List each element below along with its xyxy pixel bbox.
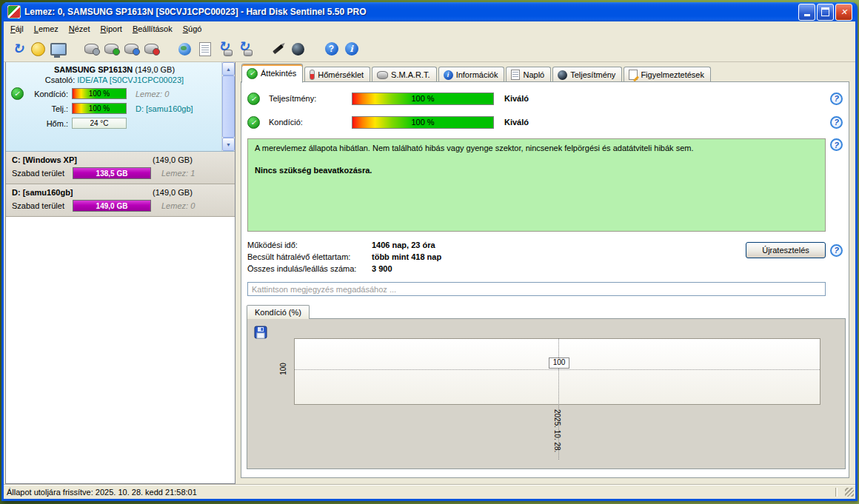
chart-tab-kondicio[interactable]: Kondíció (%) (247, 305, 310, 319)
condition-help-button[interactable]: ? (830, 116, 843, 129)
chart-point-label: 100 (549, 357, 569, 369)
tab-naplo[interactable]: Napló (506, 67, 551, 82)
partition-size: (149,0 GB) (153, 188, 193, 197)
resize-grip[interactable] (845, 488, 854, 497)
comment-input[interactable] (247, 282, 826, 296)
thermometer-icon (310, 70, 315, 80)
tab-informaciok[interactable]: i Információk (438, 67, 505, 82)
sync-button[interactable]: ↻ (215, 39, 235, 59)
up-arrow-icon: ▲ (226, 67, 231, 72)
tab-bar: ✓ Áttekintés Hőmérséklet S.M.A.R.T. i In… (241, 64, 849, 82)
health-status-box: A merevlemez állapota hibátlan. Nem talá… (247, 138, 826, 232)
disk-remove-button[interactable] (141, 39, 161, 59)
disk-number: Lemez: 0 (136, 90, 169, 98)
save-chart-button[interactable] (253, 324, 269, 340)
partition-disk-number: Lemez: 0 (161, 201, 195, 210)
retest-button[interactable]: Újratesztelés (746, 242, 826, 258)
sidebar-scrollbar[interactable]: ▲ ▼ (221, 62, 235, 151)
free-space-label: Szabad terület (12, 201, 73, 210)
question-icon: ? (834, 118, 839, 127)
online-button[interactable] (175, 39, 195, 59)
alarm-clock-icon (31, 42, 45, 56)
status-advice: Nincs szükség beavatkozásra. (255, 166, 818, 175)
tab-smart[interactable]: S.M.A.R.T. (372, 67, 437, 82)
green-badge-icon (113, 48, 120, 56)
menu-riport[interactable]: Riport (96, 23, 127, 35)
interface-label: Csatoló: (45, 75, 75, 84)
retest-help-button[interactable]: ? (830, 244, 843, 257)
condition-ok-icon: ✓ (247, 116, 260, 129)
dark-sphere-icon (292, 43, 304, 56)
menubar: Fájl Lemez Nézet Riport Beállítások Súgó (4, 21, 855, 36)
minimize-button[interactable] (798, 4, 815, 21)
titlebar[interactable]: Lemez: 0, SAMSUNG SP1613N [S0CVJ1CPC0002… (4, 2, 855, 21)
status-help-button[interactable]: ? (830, 138, 843, 151)
performance-button[interactable] (288, 39, 308, 59)
partition-name: D: [samu160gb] (12, 188, 153, 197)
free-space-bar: 138,5 GB (73, 167, 151, 179)
toolbar: ↻ ↻ ↻ ? i (4, 36, 855, 62)
disk-accept-button[interactable] (121, 39, 141, 59)
x-axis-date-label: 2025. 10. 28. (553, 409, 561, 452)
menu-lemez[interactable]: Lemez (29, 23, 64, 35)
tab-label: Információk (456, 70, 498, 79)
menu-fajl[interactable]: Fájl (5, 23, 29, 35)
condition-percent: 100 % (411, 118, 434, 127)
menu-beallitasok[interactable]: Beállítások (127, 23, 178, 35)
refresh-button[interactable]: ↻ (8, 39, 28, 59)
free-space-label: Szabad terület (12, 169, 73, 178)
close-button[interactable]: ✕ (835, 4, 852, 21)
question-icon: ? (834, 94, 839, 103)
chart-panel: 100 100 2025. 10. 28. (247, 318, 846, 469)
tab-teljesitmeny[interactable]: Teljesítmény (552, 67, 622, 82)
disk-name: SAMSUNG SP1613N (54, 65, 133, 74)
condition-history-chart: Kondíció (%) (247, 305, 846, 477)
tab-homerseklet[interactable]: Hőmérséklet (304, 67, 370, 82)
temperature-label: Hőm.: (25, 119, 68, 128)
status-separator (835, 488, 838, 497)
partition-item-c[interactable]: C: [Windows XP] (149,0 GB) Szabad terüle… (6, 152, 235, 184)
maximize-icon (821, 7, 829, 16)
scroll-down-button[interactable]: ▼ (222, 138, 235, 151)
tab-label: Figyelmeztetések (641, 70, 704, 79)
volume-label: D: [samu160gb] (136, 104, 193, 113)
help-button[interactable]: ? (321, 39, 341, 59)
health-check-icon: ✓ (11, 87, 24, 100)
monitor-icon (50, 43, 67, 56)
hard-disk-icon (124, 44, 138, 54)
status-bar: Állapot utoljára frissítve: 2025. 10. 28… (4, 484, 855, 499)
free-space-bar: 149,0 GB (73, 200, 151, 212)
menu-nezet[interactable]: Nézet (64, 23, 96, 35)
condition-gauge: 100 % (72, 88, 127, 99)
close-icon: ✕ (840, 7, 847, 17)
disk-detect-button[interactable] (81, 39, 101, 59)
condition-label: Kondíció: (25, 90, 68, 98)
globe-icon (178, 43, 191, 56)
performance-ok-icon: ✓ (247, 93, 260, 105)
disk-info-panel[interactable]: SAMSUNG SP1613N (149,0 GB) Csatoló: IDE/… (6, 62, 235, 152)
scroll-up-button[interactable]: ▲ (222, 62, 235, 75)
performance-sphere-icon (558, 70, 567, 80)
scroll-thumb[interactable] (222, 75, 235, 138)
chart-plot-area (294, 338, 820, 405)
tab-label: Áttekintés (261, 69, 296, 78)
tab-label: Napló (523, 70, 544, 79)
menu-sugo[interactable]: Súgó (178, 23, 207, 35)
sync-disk-icon: ↻ (218, 41, 233, 56)
about-button[interactable]: i (341, 39, 361, 59)
gridline-100 (295, 369, 820, 370)
performance-help-button[interactable]: ? (830, 93, 843, 105)
surface-test-button[interactable] (268, 39, 288, 59)
monitor-button[interactable] (48, 39, 68, 59)
tab-attekintes[interactable]: ✓ Áttekintés (241, 64, 303, 83)
question-icon: ? (834, 246, 839, 255)
partition-item-d[interactable]: D: [samu160gb] (149,0 GB) Szabad terület… (6, 184, 235, 217)
transfer-button[interactable]: ↻ (235, 39, 255, 59)
report-button[interactable] (195, 39, 215, 59)
question-icon: ? (834, 141, 839, 149)
disk-add-button[interactable] (101, 39, 121, 59)
maximize-button[interactable] (817, 4, 834, 21)
alarm-button[interactable] (28, 39, 48, 59)
tab-figyelmeztetesek[interactable]: Figyelmeztetések (624, 67, 711, 82)
refresh-icon: ↻ (13, 42, 24, 56)
